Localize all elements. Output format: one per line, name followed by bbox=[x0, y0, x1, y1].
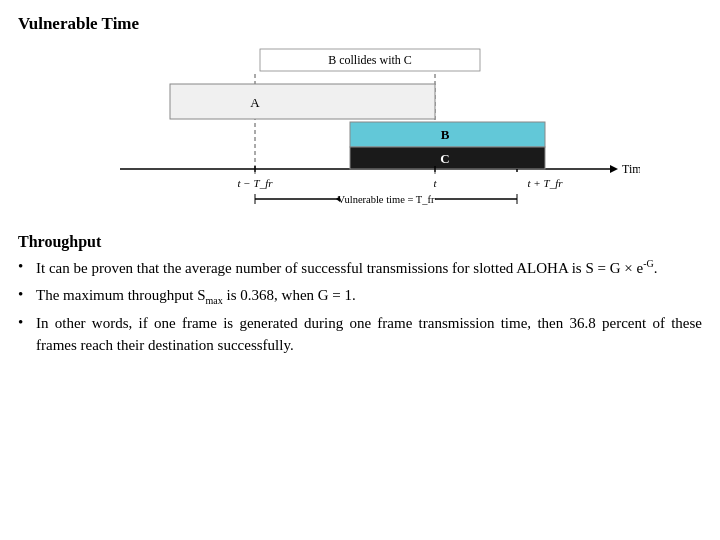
svg-text:Vulnerable time = T_fr: Vulnerable time = T_fr bbox=[338, 194, 435, 205]
bullet-text-2: The maximum throughput Smax is 0.368, wh… bbox=[36, 285, 702, 309]
diagram-area: B collides with C Time A B C t − T_fr t … bbox=[18, 44, 702, 219]
throughput-title: Throughput bbox=[18, 233, 702, 251]
bullet-item-3: • In other words, if one frame is genera… bbox=[18, 313, 702, 357]
bullet-text-3: In other words, if one frame is generate… bbox=[36, 313, 702, 357]
bullet-symbol-1: • bbox=[18, 258, 32, 275]
svg-text:t − T_fr: t − T_fr bbox=[238, 177, 274, 189]
bullet-item-2: • The maximum throughput Smax is 0.368, … bbox=[18, 285, 702, 309]
svg-text:t: t bbox=[433, 177, 437, 189]
bullet-text-1: It can be proven that the average number… bbox=[36, 257, 702, 280]
svg-text:Time: Time bbox=[622, 162, 640, 176]
bullet-list: • It can be proven that the average numb… bbox=[18, 257, 702, 357]
vulnerable-time-diagram: B collides with C Time A B C t − T_fr t … bbox=[80, 44, 640, 219]
bullet-symbol-2: • bbox=[18, 286, 32, 303]
svg-text:B collides with C: B collides with C bbox=[328, 53, 412, 67]
bullet-item-1: • It can be proven that the average numb… bbox=[18, 257, 702, 280]
page-title: Vulnerable Time bbox=[18, 14, 702, 34]
svg-rect-7 bbox=[170, 84, 435, 119]
svg-text:A: A bbox=[250, 95, 260, 110]
bullet-symbol-3: • bbox=[18, 314, 32, 331]
svg-text:B: B bbox=[441, 127, 450, 142]
svg-marker-3 bbox=[610, 165, 618, 173]
svg-text:C: C bbox=[440, 151, 449, 166]
svg-text:t + T_fr: t + T_fr bbox=[528, 177, 564, 189]
